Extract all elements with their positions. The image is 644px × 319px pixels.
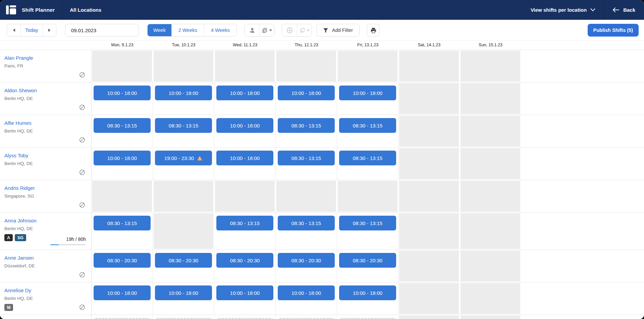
shift-chip[interactable]: 08:30 - 13:15 xyxy=(155,118,212,133)
day-cell[interactable]: 10:00 - 18:00 xyxy=(92,282,153,315)
shift-chip[interactable]: 08:30 - 20:30 xyxy=(339,253,396,268)
employee-name-link[interactable]: Aldon Shewon xyxy=(4,88,37,93)
day-cell[interactable]: 08:30 - 13:15 xyxy=(92,213,153,250)
employee-name-link[interactable]: Anna Johnson xyxy=(4,218,37,223)
day-cell[interactable]: 08:30 - 13:15 xyxy=(337,213,398,250)
empty-day-cell[interactable] xyxy=(460,213,521,250)
day-cell[interactable]: 10:00 - 18:00 xyxy=(214,115,276,147)
day-cell[interactable]: 08:30 - 20:30 xyxy=(214,250,276,282)
shift-chip[interactable]: 10:00 - 18:00 xyxy=(94,86,151,100)
day-cell[interactable] xyxy=(214,315,276,319)
empty-day-cell[interactable] xyxy=(153,50,214,82)
copy-shift-button[interactable] xyxy=(259,24,274,36)
assign-employee-button[interactable] xyxy=(245,24,259,36)
empty-day-cell[interactable] xyxy=(153,180,214,212)
day-cell[interactable] xyxy=(337,315,398,319)
empty-day-cell[interactable] xyxy=(92,180,153,212)
empty-day-cell[interactable] xyxy=(460,282,521,315)
empty-day-cell[interactable] xyxy=(398,315,460,319)
empty-day-cell[interactable] xyxy=(398,282,460,315)
back-button[interactable]: Back xyxy=(604,0,644,20)
view-tab-2-weeks[interactable]: 2 Weeks xyxy=(171,24,204,36)
today-button[interactable]: Today xyxy=(20,24,43,36)
shift-chip[interactable]: 08:30 - 20:30 xyxy=(155,253,212,268)
shift-chip[interactable]: 08:30 - 20:30 xyxy=(278,253,335,268)
empty-day-cell[interactable] xyxy=(460,315,521,319)
shift-chip[interactable]: 10:00 - 18:00 xyxy=(155,86,212,100)
day-cell[interactable]: 19:00 - 23:30 xyxy=(153,148,214,180)
day-cell[interactable]: 10:00 - 18:00 xyxy=(337,282,398,315)
shift-chip[interactable]: 08:30 - 20:30 xyxy=(216,253,273,268)
day-cell[interactable]: 10:00 - 18:00 xyxy=(92,148,153,180)
shift-chip[interactable]: 10:00 - 18:00 xyxy=(339,285,396,300)
shift-chip[interactable]: 08:30 - 13:15 xyxy=(278,151,335,165)
empty-day-cell[interactable] xyxy=(460,50,521,82)
day-cell[interactable]: 08:30 - 13:15 xyxy=(214,213,276,250)
shift-chip[interactable]: 08:30 - 13:15 xyxy=(339,151,396,165)
empty-day-cell[interactable] xyxy=(398,180,460,212)
empty-day-cell[interactable] xyxy=(398,50,460,82)
day-cell[interactable]: 08:30 - 20:30 xyxy=(337,250,398,282)
print-button[interactable] xyxy=(367,24,380,37)
view-tab-4-weeks[interactable]: 4 Weeks xyxy=(204,24,236,36)
shift-chip[interactable]: 08:30 - 13:15 xyxy=(94,216,151,230)
empty-day-cell[interactable] xyxy=(460,83,521,115)
empty-day-cell[interactable] xyxy=(153,213,214,250)
employee-name-link[interactable]: Alan Prangle xyxy=(4,55,33,61)
empty-day-cell[interactable] xyxy=(398,115,460,147)
empty-day-cell[interactable] xyxy=(460,115,521,147)
day-cell[interactable]: 10:00 - 18:00 xyxy=(276,282,337,315)
employee-name-link[interactable]: Annelise Dy xyxy=(4,287,31,293)
empty-day-cell[interactable] xyxy=(337,50,398,82)
day-cell[interactable]: 08:30 - 20:30 xyxy=(276,250,337,282)
date-field[interactable] xyxy=(65,24,139,37)
shift-chip[interactable]: 10:00 - 18:00 xyxy=(94,285,151,300)
day-cell[interactable] xyxy=(153,315,214,319)
day-cell[interactable]: 10:00 - 18:00 xyxy=(214,148,276,180)
next-period-button[interactable] xyxy=(43,24,56,36)
publish-shifts-button[interactable]: Publish Shifts (5) xyxy=(588,24,639,37)
location-filter[interactable]: All Locations xyxy=(70,7,101,13)
empty-day-cell[interactable] xyxy=(276,180,337,212)
empty-day-cell[interactable] xyxy=(398,250,460,282)
shift-chip[interactable]: 10:00 - 18:00 xyxy=(339,86,396,100)
shift-chip[interactable]: 10:00 - 18:00 xyxy=(278,285,335,300)
shift-chip[interactable]: 10:00 - 18:00 xyxy=(216,285,273,300)
day-cell[interactable]: 10:00 - 18:00 xyxy=(153,282,214,315)
day-cell[interactable]: 10:00 - 18:00 xyxy=(153,83,214,115)
shift-chip[interactable]: 08:30 - 13:15 xyxy=(339,118,396,133)
empty-day-cell[interactable] xyxy=(92,50,153,82)
shift-chip[interactable]: 08:30 - 13:15 xyxy=(339,216,396,230)
day-cell[interactable]: 08:30 - 13:15 xyxy=(276,115,337,147)
empty-day-cell[interactable] xyxy=(460,250,521,282)
day-cell[interactable]: 10:00 - 18:00 xyxy=(92,83,153,115)
empty-day-cell[interactable] xyxy=(398,213,460,250)
shift-chip[interactable]: 08:30 - 13:15 xyxy=(278,216,335,230)
day-cell[interactable]: 10:00 - 18:00 xyxy=(276,83,337,115)
empty-day-cell[interactable] xyxy=(214,50,276,82)
employee-name-link[interactable]: Alfie Humes xyxy=(4,120,32,126)
day-cell[interactable] xyxy=(92,315,153,319)
shift-chip[interactable]: 10:00 - 18:00 xyxy=(216,86,273,100)
shift-chip[interactable]: 08:30 - 13:15 xyxy=(278,118,335,133)
employee-name-link[interactable]: Andris Ridger xyxy=(4,185,35,191)
day-cell[interactable]: 08:30 - 20:30 xyxy=(92,250,153,282)
day-cell[interactable]: 08:30 - 13:15 xyxy=(276,213,337,250)
shift-chip[interactable]: 08:30 - 20:30 xyxy=(94,253,151,268)
employee-name-link[interactable]: Anne Jansen xyxy=(4,255,34,261)
day-cell[interactable]: 08:30 - 13:15 xyxy=(337,115,398,147)
prev-period-button[interactable] xyxy=(7,24,20,36)
day-cell[interactable]: 10:00 - 18:00 xyxy=(214,83,276,115)
view-shifts-dropdown[interactable]: View shifts per location xyxy=(529,0,604,20)
day-cell[interactable]: 08:30 - 20:30 xyxy=(153,250,214,282)
date-input[interactable] xyxy=(70,27,139,34)
day-cell[interactable]: 10:00 - 18:00 xyxy=(337,83,398,115)
view-tab-week[interactable]: Week xyxy=(148,24,171,36)
empty-day-cell[interactable] xyxy=(460,148,521,180)
empty-day-cell[interactable] xyxy=(337,180,398,212)
empty-day-cell[interactable] xyxy=(398,148,460,180)
day-cell[interactable]: 08:30 - 13:15 xyxy=(153,115,214,147)
day-cell[interactable]: 10:00 - 18:00 xyxy=(214,282,276,315)
shift-chip[interactable]: 08:30 - 13:15 xyxy=(216,216,273,230)
shift-chip[interactable]: 08:30 - 13:15 xyxy=(94,118,151,133)
